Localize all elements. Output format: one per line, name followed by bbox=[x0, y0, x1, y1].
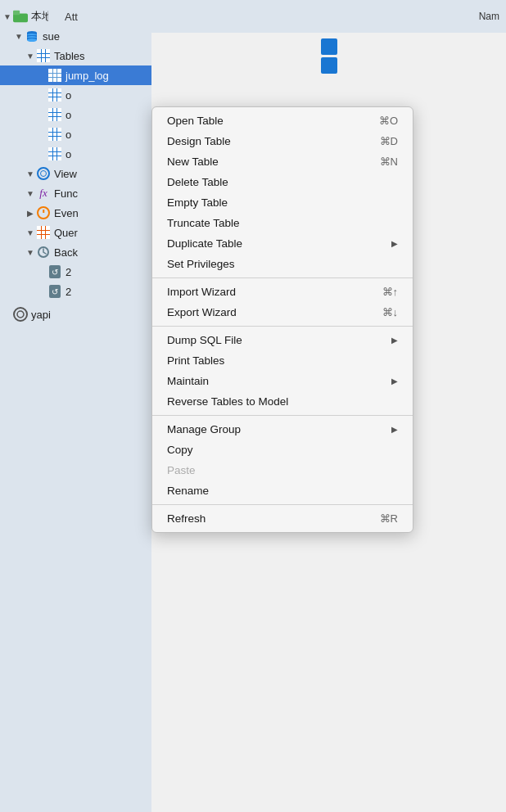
backup-2-label: 2 bbox=[66, 286, 71, 298]
sidebar-item-yapi[interactable]: yapi bbox=[0, 304, 151, 324]
menu-item-print-tables[interactable]: Print Tables bbox=[152, 350, 413, 371]
menu-shortcut-refresh: ⌘R bbox=[380, 512, 398, 525]
table-o2-icon bbox=[47, 107, 62, 122]
menu-label-delete-table: Delete Table bbox=[167, 176, 228, 188]
menu-item-copy[interactable]: Copy bbox=[152, 440, 413, 460]
separator-3 bbox=[152, 415, 413, 416]
menu-label-manage-group: Manage Group bbox=[167, 423, 241, 435]
views-icon bbox=[36, 166, 51, 181]
menu-item-rename[interactable]: Rename bbox=[152, 480, 413, 501]
sue-arrow: ▼ bbox=[13, 32, 25, 41]
menu-item-manage-group[interactable]: Manage Group ▶ bbox=[152, 419, 413, 440]
events-arrow: ▶ bbox=[25, 209, 36, 218]
menu-label-refresh: Refresh bbox=[167, 512, 206, 525]
sidebar-item-events[interactable]: ▶ Even bbox=[0, 203, 151, 223]
tables-label: Tables bbox=[54, 50, 85, 62]
right-panel-header: Nam bbox=[151, 0, 506, 33]
sidebar-item-backup-2[interactable]: ↺ 2 bbox=[0, 282, 151, 301]
yapi-icon bbox=[13, 307, 28, 322]
tab-att[interactable]: Att bbox=[48, 0, 94, 34]
menu-label-copy: Copy bbox=[167, 444, 193, 456]
queries-arrow: ▼ bbox=[25, 228, 36, 237]
backups-icon bbox=[36, 245, 51, 259]
root-arrow: ▼ bbox=[2, 12, 13, 21]
menu-label-rename: Rename bbox=[167, 485, 209, 497]
table-o3-label: o bbox=[66, 129, 71, 141]
views-label: View bbox=[54, 168, 77, 180]
menu-label-import-wizard: Import Wizard bbox=[167, 286, 236, 298]
tables-icon bbox=[36, 48, 51, 63]
yapi-label: yapi bbox=[31, 309, 51, 321]
queries-label: Quer bbox=[54, 227, 78, 239]
sidebar-item-tables[interactable]: ▼ Tables bbox=[0, 46, 151, 65]
backups-label: Back bbox=[54, 246, 78, 259]
functions-icon: fx bbox=[36, 186, 51, 201]
menu-label-reverse-tables: Reverse Tables to Model bbox=[167, 395, 288, 408]
menu-label-design-table: Design Table bbox=[167, 135, 231, 147]
nam-label: Nam bbox=[479, 11, 499, 22]
sidebar-item-table-o2[interactable]: o bbox=[0, 105, 151, 124]
table-o4-label: o bbox=[66, 148, 71, 160]
backup-1-label: 2 bbox=[66, 266, 71, 278]
menu-label-truncate-table: Truncate Table bbox=[167, 217, 240, 229]
menu-item-truncate-table[interactable]: Truncate Table bbox=[152, 213, 413, 233]
database-icon bbox=[25, 29, 39, 43]
menu-label-paste: Paste bbox=[167, 464, 196, 476]
menu-item-export-wizard[interactable]: Export Wizard ⌘↓ bbox=[152, 302, 413, 323]
sidebar-item-queries[interactable]: ▼ Quer bbox=[0, 223, 151, 242]
sidebar-item-backups[interactable]: ▼ Back bbox=[0, 242, 151, 262]
menu-item-dump-sql[interactable]: Dump SQL File ▶ bbox=[152, 330, 413, 350]
menu-shortcut-export-wizard: ⌘↓ bbox=[382, 306, 399, 318]
menu-label-new-table: New Table bbox=[167, 156, 219, 168]
menu-item-import-wizard[interactable]: Import Wizard ⌘↑ bbox=[152, 282, 413, 302]
table-o4-icon bbox=[47, 147, 62, 161]
functions-label: Func bbox=[54, 187, 78, 200]
separator-1 bbox=[152, 277, 413, 278]
svg-text:↺: ↺ bbox=[52, 268, 58, 277]
menu-item-new-table[interactable]: New Table ⌘N bbox=[152, 151, 413, 172]
sidebar-item-views[interactable]: ▼ View bbox=[0, 164, 151, 183]
menu-item-paste[interactable]: Paste bbox=[152, 460, 413, 480]
menu-item-maintain[interactable]: Maintain ▶ bbox=[152, 371, 413, 391]
svg-point-8 bbox=[27, 38, 37, 42]
menu-item-delete-table[interactable]: Delete Table bbox=[152, 172, 413, 192]
sidebar-item-table-o3[interactable]: o bbox=[0, 124, 151, 144]
events-icon bbox=[36, 205, 51, 220]
svg-point-14 bbox=[17, 311, 24, 318]
maintain-submenu-arrow: ▶ bbox=[391, 377, 398, 386]
views-arrow: ▼ bbox=[25, 169, 36, 178]
sidebar-item-table-o1[interactable]: o bbox=[0, 85, 151, 105]
tables-arrow: ▼ bbox=[25, 52, 36, 61]
table-o3-icon bbox=[47, 127, 62, 142]
menu-shortcut-open-table: ⌘O bbox=[379, 115, 398, 127]
menu-item-open-table[interactable]: Open Table ⌘O bbox=[152, 111, 413, 131]
menu-item-design-table[interactable]: Design Table ⌘D bbox=[152, 131, 413, 151]
sidebar: ▼ 本地 ▼ sue ▼ bbox=[0, 0, 151, 812]
sidebar-item-functions[interactable]: ▼ fx Func bbox=[0, 183, 151, 203]
table-o2-label: o bbox=[66, 109, 71, 121]
right-panel-item-1 bbox=[321, 38, 337, 55]
jump-log-table-icon bbox=[47, 68, 62, 83]
table-o1-icon bbox=[47, 88, 62, 102]
menu-shortcut-import-wizard: ⌘↑ bbox=[382, 286, 399, 298]
menu-item-refresh[interactable]: Refresh ⌘R bbox=[152, 508, 413, 529]
events-label: Even bbox=[54, 207, 79, 219]
tab-att-label: Att bbox=[65, 11, 78, 23]
menu-label-set-privileges: Set Privileges bbox=[167, 258, 235, 270]
backup-file-1-icon: ↺ bbox=[47, 264, 62, 279]
menu-item-empty-table[interactable]: Empty Table bbox=[152, 192, 413, 213]
dump-sql-submenu-arrow: ▶ bbox=[391, 336, 398, 345]
separator-2 bbox=[152, 326, 413, 327]
menu-label-duplicate-table: Duplicate Table bbox=[167, 237, 242, 250]
menu-item-reverse-tables[interactable]: Reverse Tables to Model bbox=[152, 391, 413, 412]
sidebar-item-jump-log[interactable]: jump_log bbox=[0, 65, 151, 85]
menu-item-duplicate-table[interactable]: Duplicate Table ▶ bbox=[152, 233, 413, 254]
sidebar-item-backup-1[interactable]: ↺ 2 bbox=[0, 262, 151, 282]
duplicate-table-submenu-arrow: ▶ bbox=[391, 239, 398, 248]
menu-label-export-wizard: Export Wizard bbox=[167, 306, 237, 318]
sidebar-item-table-o4[interactable]: o bbox=[0, 144, 151, 164]
backup-file-2-icon: ↺ bbox=[47, 284, 62, 299]
menu-label-empty-table: Empty Table bbox=[167, 196, 228, 209]
menu-label-print-tables: Print Tables bbox=[167, 354, 224, 367]
menu-item-set-privileges[interactable]: Set Privileges bbox=[152, 254, 413, 274]
